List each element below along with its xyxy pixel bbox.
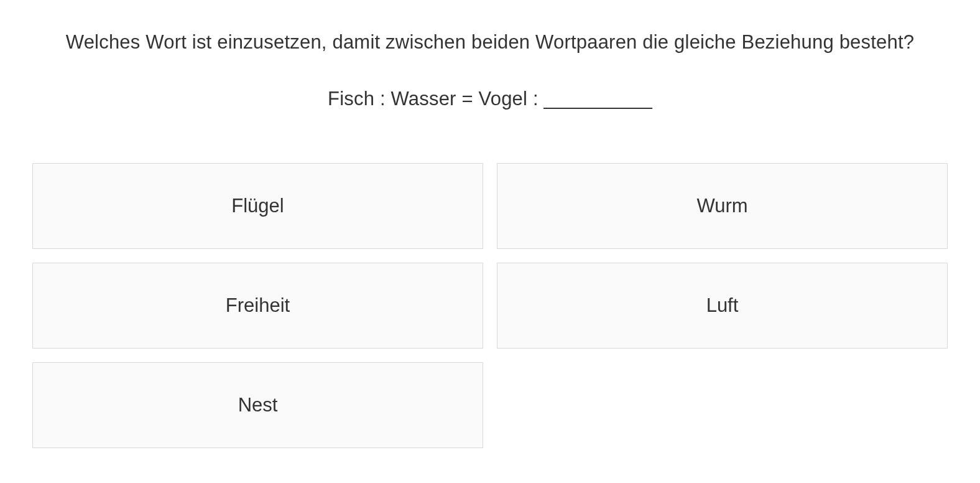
question-prompt: Welches Wort ist einzusetzen, damit zwis… [31,31,949,54]
option-nest[interactable]: Nest [32,362,483,448]
analogy-line: Fisch : Wasser = Vogel : __________ [31,88,949,110]
options-grid: Flügel Wurm Freiheit Luft Nest [31,163,949,448]
option-fluegel[interactable]: Flügel [32,163,483,249]
option-label: Nest [238,394,278,416]
option-label: Freiheit [226,294,290,317]
option-label: Luft [706,294,739,317]
option-label: Flügel [231,195,284,217]
option-label: Wurm [696,195,747,217]
option-wurm[interactable]: Wurm [497,163,948,249]
option-luft[interactable]: Luft [497,263,948,349]
option-freiheit[interactable]: Freiheit [32,263,483,349]
